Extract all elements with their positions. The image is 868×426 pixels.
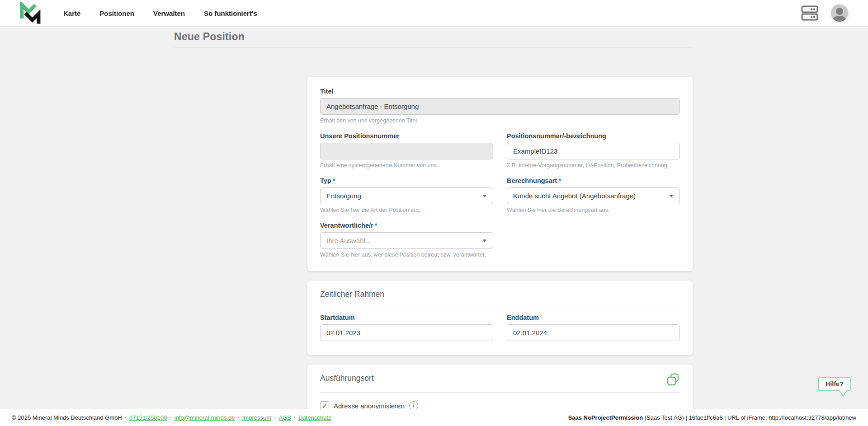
- separator-dot: ·: [170, 414, 171, 421]
- field-unsere-positionsnummer: Unsere Positionsnummer Erhält eine syste…: [320, 132, 493, 169]
- saas-session-details: (Saas Test AG) | 16fae1ffc6a6 | URL of i…: [643, 414, 856, 421]
- field-typ: Typ* Entsorgung ▼ Wählen Sie hier die Ar…: [320, 177, 493, 213]
- typ-helper: Wählen Sie hier die Art der Position aus…: [320, 207, 493, 213]
- required-asterisk: *: [558, 177, 561, 184]
- titel-helper: Erhält den von uns vorgegebenen Titel.: [320, 117, 680, 124]
- verantwortliche-select-placeholder: Ihre Auswahl...: [326, 237, 479, 244]
- separator-dot: ·: [237, 414, 239, 421]
- footer-session-info: Saas NoProjectPermission (Saas Test AG) …: [568, 414, 856, 421]
- berechnungsart-select-value: Kunde sucht Angebot (Angebotsanfrage): [513, 192, 665, 200]
- check-icon: ✓: [322, 403, 328, 409]
- field-titel: Titel Erhält den von uns vorgegebenen Ti…: [320, 88, 680, 124]
- positionsnummer-input[interactable]: [507, 143, 680, 159]
- user-avatar[interactable]: [831, 5, 848, 22]
- berechnungsart-select[interactable]: Kunde sucht Angebot (Angebotsanfrage) ▼: [507, 187, 680, 204]
- footer-left: © 2025 Mineral Minds Deutschland GmbH · …: [12, 414, 331, 421]
- form-cards: Titel Erhält den von uns vorgegebenen Ti…: [307, 77, 693, 426]
- separator-dot: ·: [274, 414, 276, 421]
- footer: © 2025 Mineral Minds Deutschland GmbH · …: [0, 409, 868, 426]
- zeitraum-heading: Zeitlicher Rahmen: [320, 290, 384, 299]
- typ-select-value: Entsorgung: [326, 192, 479, 200]
- field-positionsnummer: Positionsnummer/-bezeichnung Z.B. Intern…: [507, 132, 680, 169]
- unsere-positionsnummer-label: Unsere Positionsnummer: [320, 132, 493, 140]
- footer-email-link[interactable]: info@mineral-minds.de: [175, 414, 235, 421]
- separator-dot: ·: [294, 414, 296, 421]
- unsere-positionsnummer-helper: Erhält eine systemgenerierte Nummer von …: [320, 162, 493, 169]
- divider: [320, 392, 680, 393]
- footer-agb-link[interactable]: AGB: [278, 414, 291, 421]
- titel-label: Titel: [320, 88, 680, 95]
- startdatum-label: Startdatum: [320, 314, 493, 321]
- main-nav: Karte Positionen Verwalten So funktionie…: [63, 9, 257, 17]
- nav-item-positionen[interactable]: Positionen: [99, 9, 134, 17]
- field-enddatum: Enddatum: [507, 314, 680, 341]
- unsere-positionsnummer-input: [320, 143, 493, 159]
- field-berechnungsart: Berechnungsart* Kunde sucht Angebot (Ang…: [507, 177, 680, 213]
- avatar-body-icon: [833, 16, 846, 22]
- navbar-right: [801, 5, 848, 22]
- field-verantwortliche: Verantwortliche/r* Ihre Auswahl... ▼ Wäh…: [320, 222, 493, 258]
- avatar-head-icon: [836, 8, 843, 15]
- copy-icon[interactable]: [666, 373, 680, 386]
- nav-item-verwalten[interactable]: Verwalten: [153, 9, 185, 17]
- field-startdatum: Startdatum: [320, 314, 493, 341]
- page-title-wrap: Neue Position: [174, 31, 693, 47]
- saas-permission-label: Saas NoProjectPermission: [568, 414, 643, 421]
- berechnungsart-label: Berechnungsart*: [507, 177, 680, 184]
- divider: [320, 305, 680, 305]
- page-title: Neue Position: [174, 31, 693, 43]
- nav-item-so-funktionierts[interactable]: So funktioniert's: [204, 9, 257, 17]
- required-asterisk: *: [375, 222, 377, 229]
- server-icon[interactable]: [801, 5, 818, 21]
- enddatum-input[interactable]: [507, 324, 680, 341]
- positionsnummer-helper: Z.B. Interne-Vorgangsnummer, LV-Position…: [507, 162, 680, 169]
- footer-datenschutz-link[interactable]: Datenschutz: [298, 414, 331, 421]
- required-asterisk: *: [333, 177, 335, 184]
- footer-phone-link[interactable]: 07151/250100: [129, 414, 167, 421]
- anonymisieren-label: Adresse anonymisieren: [334, 402, 405, 410]
- footer-impressum-link[interactable]: Impressum: [242, 414, 271, 421]
- titel-input: [320, 98, 680, 115]
- positionsnummer-label: Positionsnummer/-bezeichnung: [507, 132, 680, 140]
- mineral-minds-logo-icon[interactable]: [18, 2, 42, 24]
- verantwortliche-select[interactable]: Ihre Auswahl... ▼: [320, 232, 493, 249]
- nav-item-karte[interactable]: Karte: [63, 9, 80, 17]
- ausfuehrungsort-heading: Ausführungsort: [320, 374, 374, 383]
- card-position-data: Titel Erhält den von uns vorgegebenen Ti…: [307, 77, 693, 271]
- card-zeitlicher-rahmen: Zeitlicher Rahmen Startdatum Enddatum: [307, 281, 693, 355]
- startdatum-input[interactable]: [320, 324, 493, 341]
- berechnungsart-helper: Wählen Sie hier die Berechnungsart aus.: [507, 207, 680, 213]
- top-navbar: Karte Positionen Verwalten So funktionie…: [0, 0, 868, 26]
- separator-dot: ·: [125, 414, 127, 421]
- chevron-down-icon: ▼: [668, 193, 674, 198]
- chevron-down-icon: ▼: [481, 193, 487, 198]
- verantwortliche-helper: Wählen Sie hier aus, wer diese Position …: [320, 252, 493, 258]
- verantwortliche-label: Verantwortliche/r*: [320, 222, 493, 229]
- main-content: Neue Position Titel Erhält den von uns v…: [0, 26, 868, 426]
- typ-select[interactable]: Entsorgung ▼: [320, 187, 493, 204]
- typ-label: Typ*: [320, 177, 493, 184]
- chevron-down-icon: ▼: [481, 238, 487, 243]
- copyright-text: © 2025 Mineral Minds Deutschland GmbH: [12, 414, 122, 421]
- help-button[interactable]: Hilfe?: [818, 377, 851, 391]
- enddatum-label: Enddatum: [507, 314, 680, 321]
